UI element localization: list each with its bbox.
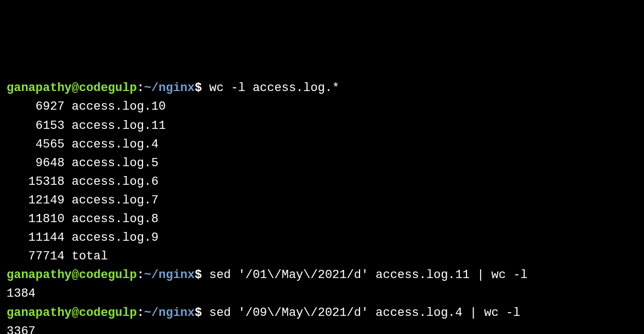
prompt-path: ~/nginx: [144, 268, 195, 282]
prompt-line: ganapathy@codegulp:~/nginx$ sed '/09\/Ma…: [7, 304, 637, 322]
prompt-dollar: $: [195, 81, 202, 95]
command-text: sed '/09\/May\/2021/d' access.log.4 | wc…: [202, 306, 520, 320]
command-text: wc -l access.log.*: [202, 81, 339, 95]
output-line: 12149 access.log.7: [7, 191, 637, 210]
output-line: 11810 access.log.8: [7, 210, 637, 229]
output-line: 77714 total: [7, 247, 637, 266]
terminal[interactable]: ganapathy@codegulp:~/nginx$ wc -l access…: [7, 79, 637, 334]
prompt-colon: :: [137, 306, 144, 320]
prompt-dollar: $: [195, 306, 202, 320]
prompt-user: ganapathy: [7, 268, 72, 282]
prompt-colon: :: [137, 81, 144, 95]
output-line: 6153 access.log.11: [7, 117, 637, 135]
prompt-at: @: [72, 306, 79, 320]
prompt-host: codegulp: [79, 81, 137, 95]
output-line: 9648 access.log.5: [7, 154, 637, 173]
prompt-at: @: [72, 81, 79, 95]
prompt-host: codegulp: [79, 268, 137, 282]
command-text: sed '/01\/May\/2021/d' access.log.11 | w…: [202, 268, 527, 282]
prompt-user: ganapathy: [7, 306, 72, 320]
prompt-user: ganapathy: [7, 81, 72, 95]
output-line: 11144 access.log.9: [7, 229, 637, 247]
prompt-dollar: $: [195, 268, 202, 282]
output-line: 1384: [7, 285, 637, 303]
prompt-line: ganapathy@codegulp:~/nginx$ wc -l access…: [7, 79, 637, 98]
prompt-path: ~/nginx: [144, 81, 195, 95]
output-line: 6927 access.log.10: [7, 98, 637, 116]
output-line: 4565 access.log.4: [7, 135, 637, 154]
prompt-colon: :: [137, 268, 144, 282]
prompt-host: codegulp: [79, 306, 137, 320]
output-line: 3367: [7, 322, 637, 334]
prompt-line: ganapathy@codegulp:~/nginx$ sed '/01\/Ma…: [7, 266, 637, 285]
prompt-at: @: [72, 268, 79, 282]
output-line: 15318 access.log.6: [7, 173, 637, 191]
prompt-path: ~/nginx: [144, 306, 195, 320]
